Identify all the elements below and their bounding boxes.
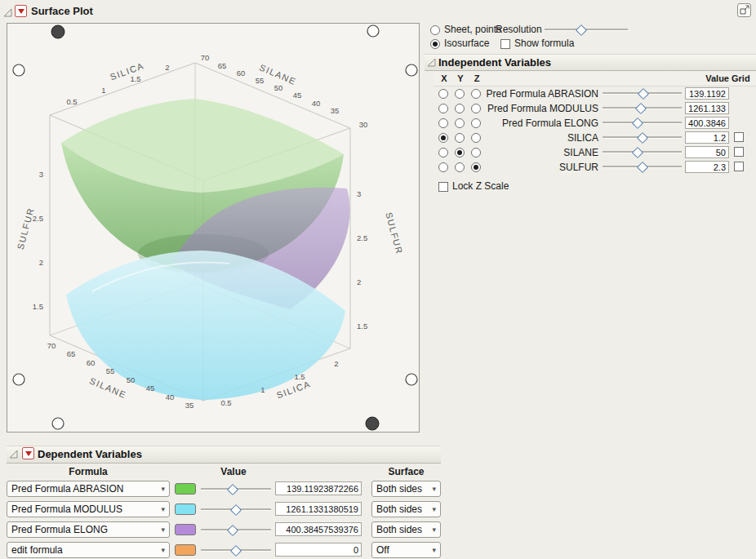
iv-row-value-input[interactable]	[685, 161, 729, 173]
iv-x-radio[interactable]	[438, 104, 448, 113]
tick-label: 70	[47, 341, 56, 350]
dv-row-slider[interactable]	[201, 504, 271, 515]
dv-surface-dropdown[interactable]: Both sides▾	[371, 481, 441, 497]
dv-row-slider[interactable]	[201, 524, 271, 535]
disclosure-triangle-icon[interactable]	[2, 7, 13, 18]
iv-y-radio[interactable]	[455, 162, 465, 172]
tick-label: 45	[146, 384, 155, 393]
disclosure-triangle-icon[interactable]	[426, 56, 437, 68]
dv-surface-dropdown[interactable]: Both sides▾	[371, 501, 441, 517]
iv-grid-checkbox[interactable]	[734, 147, 744, 157]
lock-z-scale-label: Lock Z Scale	[452, 180, 509, 192]
dv-formula-dropdown[interactable]: Pred Formula ELONG▾	[7, 521, 170, 538]
iv-row-value-input[interactable]	[685, 87, 729, 100]
tick-label: 1.5	[357, 322, 367, 331]
surface-plot-canvas[interactable]: SILICA 2 1.5 1 0.5 SILANE 70 65 60 55 50…	[7, 24, 419, 432]
isosurface-radio[interactable]	[430, 39, 440, 49]
iv-row-value-input[interactable]	[685, 146, 729, 158]
iv-grid-checkbox[interactable]	[734, 162, 744, 171]
dv-formula-dropdown-value: Pred Formula MODULUS	[11, 504, 122, 515]
tick-label: 65	[67, 349, 76, 358]
iv-x-radio[interactable]	[438, 133, 448, 143]
dv-value-input[interactable]	[275, 543, 362, 557]
rotation-handle[interactable]	[52, 418, 64, 429]
iv-row-slider[interactable]	[603, 117, 682, 128]
iv-y-radio[interactable]	[455, 148, 465, 157]
dv-surface-dropdown[interactable]: Off▾	[371, 542, 441, 558]
iv-y-radio[interactable]	[455, 89, 465, 99]
iv-z-radio[interactable]	[471, 162, 481, 172]
dv-row-slider[interactable]	[201, 544, 271, 556]
rotation-handle[interactable]	[13, 374, 24, 385]
iv-x-radio[interactable]	[438, 162, 448, 172]
dv-color-swatch[interactable]	[175, 524, 196, 535]
iv-x-radio[interactable]	[438, 118, 448, 128]
iv-y-radio[interactable]	[455, 118, 465, 128]
dv-value-input[interactable]	[275, 502, 362, 516]
sheet-points-label: Sheet, points	[444, 24, 501, 35]
iv-z-radio[interactable]	[471, 118, 481, 128]
dv-formula-dropdown[interactable]: Pred Formula MODULUS▾	[7, 501, 170, 517]
dv-color-swatch[interactable]	[175, 544, 196, 556]
page-title: Surface Plot	[31, 5, 93, 17]
iv-col-value: Value	[685, 73, 729, 83]
popout-window-button[interactable]	[737, 3, 751, 17]
dv-surface-dropdown[interactable]: Both sides▾	[371, 521, 441, 538]
tick-label: 30	[359, 120, 368, 129]
plot-panel: SILICA 2 1.5 1 0.5 SILANE 70 65 60 55 50…	[7, 23, 420, 433]
sheet-points-radio[interactable]	[430, 25, 440, 35]
tick-label: 40	[312, 99, 321, 108]
rotation-handle-filled[interactable]	[51, 25, 64, 38]
red-triangle-menu-button[interactable]	[15, 5, 27, 17]
iv-row-slider[interactable]	[603, 87, 682, 99]
iv-row-slider[interactable]	[603, 131, 682, 143]
iv-col-grid: Grid	[732, 73, 750, 83]
rotation-handle-filled[interactable]	[366, 417, 379, 430]
dv-color-swatch[interactable]	[175, 504, 196, 515]
dv-formula-dropdown[interactable]: edit formula▾	[7, 542, 170, 558]
dv-col-surface: Surface	[371, 466, 441, 477]
tick-label: 50	[274, 83, 283, 92]
iv-row-value-input[interactable]	[685, 102, 729, 114]
popout-icon	[738, 4, 750, 16]
dv-value-input[interactable]	[275, 522, 362, 536]
iv-row-value-input[interactable]	[685, 131, 729, 144]
rotation-handle[interactable]	[406, 374, 417, 385]
red-triangle-icon	[25, 451, 32, 456]
dv-row-slider[interactable]	[201, 483, 271, 495]
iv-grid-checkbox[interactable]	[734, 132, 744, 142]
show-formula-label: Show formula	[514, 38, 574, 49]
rotation-handle[interactable]	[406, 64, 417, 76]
iv-col-x: X	[439, 73, 449, 83]
iv-row-slider[interactable]	[603, 161, 682, 172]
show-formula-checkbox[interactable]	[500, 39, 510, 49]
iv-x-radio[interactable]	[438, 89, 448, 99]
iv-row-label: Pred Formula MODULUS	[482, 103, 598, 114]
iv-z-radio[interactable]	[471, 148, 481, 157]
iv-x-radio[interactable]	[438, 148, 448, 157]
tick-label: 60	[87, 358, 96, 367]
dv-value-input[interactable]	[275, 481, 362, 495]
iv-row-slider[interactable]	[603, 102, 682, 113]
tick-label: 2	[357, 277, 361, 286]
iv-row-value-input[interactable]	[685, 117, 729, 129]
dv-color-swatch[interactable]	[175, 483, 196, 495]
red-triangle-menu-button[interactable]	[22, 447, 34, 459]
iv-y-radio[interactable]	[455, 133, 465, 143]
iv-row-slider[interactable]	[603, 146, 682, 157]
iv-z-radio[interactable]	[471, 89, 481, 99]
disclosure-triangle-icon[interactable]	[8, 448, 19, 459]
chevron-down-icon: ▾	[161, 526, 165, 534]
tick-label: 2	[334, 359, 338, 368]
resolution-slider[interactable]	[545, 24, 628, 35]
rotation-handle[interactable]	[367, 25, 379, 37]
rotation-handle[interactable]	[13, 64, 24, 76]
lock-z-scale-checkbox[interactable]	[438, 182, 448, 192]
iv-z-radio[interactable]	[471, 104, 481, 113]
tick-label: 1.5	[130, 74, 140, 83]
dv-formula-dropdown[interactable]: Pred Formula ABRASION▾	[7, 481, 170, 497]
iv-y-radio[interactable]	[455, 104, 465, 113]
iv-z-radio[interactable]	[471, 133, 481, 143]
surface-plot-window: Surface Plot	[0, 0, 756, 559]
chevron-down-icon: ▾	[432, 505, 436, 513]
